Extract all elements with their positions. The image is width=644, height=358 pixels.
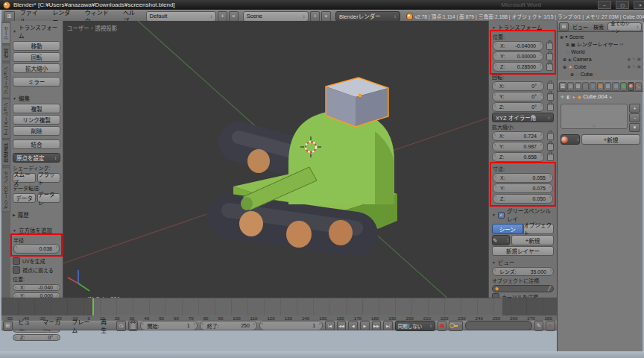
editor-type-icon[interactable]: ⊞	[559, 22, 569, 31]
align-view-row[interactable]: 視点に揃える	[13, 266, 60, 274]
close-button[interactable]: ×	[634, 1, 644, 9]
current-frame-marker[interactable]	[92, 298, 94, 315]
play-reverse-button[interactable]: ◀	[348, 321, 358, 330]
delete-button[interactable]: 削除	[13, 126, 60, 136]
lock-icon[interactable]	[546, 63, 553, 71]
gpencil-brush-dropdown[interactable]: ✎	[492, 235, 510, 245]
preview-range-clock-icon[interactable]: ◷	[116, 321, 126, 331]
gpencil-checkbox[interactable]: ✓	[498, 212, 505, 219]
frame-end-field[interactable]: 終了:250	[200, 321, 257, 330]
panel-edit-header[interactable]: 編集	[13, 94, 60, 102]
browse-material-dropdown[interactable]	[561, 134, 580, 145]
scale-x-field[interactable]: X:0.724	[492, 131, 544, 141]
render-engine-selector[interactable]: Blenderレンダー	[335, 11, 400, 22]
loc-x-field[interactable]: X:-0.04000	[493, 41, 543, 51]
gpencil-new-button[interactable]: + 新規	[511, 235, 554, 245]
shelf-tab-physics[interactable]: 物理演算	[1, 139, 10, 166]
scene-selector[interactable]: Scene	[243, 11, 309, 22]
screen-layout-selector[interactable]: Default	[146, 11, 217, 22]
outliner-item-render-layers[interactable]: ⊕ ▦ レンダーレイヤー |●	[560, 40, 643, 48]
gpencil-new-layer-button[interactable]: 新規レイヤー	[492, 246, 554, 256]
remove-slot-button[interactable]: −	[629, 113, 640, 122]
lock-icon[interactable]	[546, 43, 553, 50]
expand-icon[interactable]: ⊕	[566, 42, 569, 47]
delete-keyframe-icon[interactable]: ×	[546, 321, 555, 331]
generate-uv-checkbox[interactable]	[13, 257, 20, 265]
play-button[interactable]: ▶	[360, 321, 370, 330]
rotation-mode-dropdown[interactable]: XYZ オイラー角	[492, 113, 554, 122]
texture-tab-icon[interactable]	[635, 82, 642, 91]
panel-transform-header[interactable]: トランスフォーム	[13, 23, 60, 40]
insert-keyframe-icon[interactable]: ✎	[534, 321, 544, 331]
mirror-button[interactable]: ミラー	[13, 77, 60, 87]
data-layout-transfer-button[interactable]: データレ	[37, 193, 60, 203]
delete-layout-button[interactable]: ×	[229, 11, 239, 22]
current-frame-field[interactable]: 1	[259, 321, 323, 330]
eye-icon[interactable]: ◉	[627, 57, 631, 61]
set-origin-dropdown[interactable]: 原点を設定	[13, 153, 60, 163]
align-view-checkbox[interactable]	[13, 266, 20, 274]
dim-x-field[interactable]: X:0.055	[493, 173, 553, 183]
object-tab-icon[interactable]	[597, 82, 604, 91]
timeline-menu-view[interactable]: ビュー	[15, 318, 37, 334]
timeline-menu-frame[interactable]: フレーム	[68, 318, 95, 334]
duplicate-linked-button[interactable]: リンク複製	[13, 115, 60, 125]
expand-icon[interactable]: ⊕	[560, 34, 564, 40]
modifiers-tab-icon[interactable]	[612, 82, 619, 91]
eye-icon[interactable]: ◉	[627, 64, 631, 69]
gpencil-scene-button[interactable]: シーン	[492, 224, 523, 234]
outliner-menu-view[interactable]: ビュー	[571, 23, 590, 31]
outliner-display-dropdown[interactable]: 全てのシーン	[607, 22, 642, 31]
lock-icon[interactable]	[547, 143, 554, 151]
rotate-button[interactable]: 回転	[13, 52, 60, 62]
addcube-loc-x[interactable]: X:-0.040	[13, 284, 60, 291]
breadcrumb-object-name[interactable]: Cube.004	[583, 93, 607, 100]
panel-history-header[interactable]: 履歴	[13, 210, 60, 219]
add-layout-button[interactable]: +	[218, 11, 227, 22]
sync-mode-dropdown[interactable]: 同期しない	[395, 321, 435, 331]
dim-y-field[interactable]: Y:0.075	[493, 183, 553, 193]
lens-field[interactable]: レンズ:35.000	[492, 267, 554, 276]
selectable-icon[interactable]: ↖	[632, 57, 636, 61]
gpencil-object-button[interactable]: オブジェクト	[523, 224, 555, 234]
frame-start-field[interactable]: 開始:1	[140, 321, 198, 330]
pin-icon[interactable]: ✛	[561, 94, 564, 99]
outliner-item-world[interactable]: ◎ World	[560, 48, 643, 55]
scene-tab-icon[interactable]	[582, 82, 589, 91]
selectable-icon[interactable]: ↖	[632, 64, 636, 69]
outliner-menu-search[interactable]: 検索	[592, 23, 605, 31]
new-material-button[interactable]: + 新規	[581, 134, 640, 145]
duplicate-button[interactable]: 複製	[13, 104, 60, 113]
material-tab-icon[interactable]	[628, 82, 634, 91]
keying-set-field[interactable]	[465, 321, 532, 330]
panel-addcube-header[interactable]: 立方体を追加	[13, 226, 60, 234]
editor-type-icon[interactable]: ⊞	[3, 321, 13, 331]
outliner-item-scene[interactable]: ⊕ ● Scene	[560, 33, 643, 40]
minimize-button[interactable]: –	[598, 1, 611, 9]
jump-end-button[interactable]: ▶|	[383, 321, 393, 330]
outliner-item-cube-data[interactable]: ⊕ ▽ Cube |●	[560, 70, 643, 78]
scale-z-field[interactable]: Z:0.658	[492, 152, 544, 162]
render-tab-icon[interactable]	[567, 82, 574, 91]
lock-time-icon[interactable]	[128, 321, 138, 331]
npanel-view-header[interactable]: ビュー	[492, 258, 554, 266]
lamp-toggle-icon[interactable]: |●	[620, 42, 624, 46]
lock-object-picker[interactable]: ◆╱	[492, 285, 554, 292]
loc-y-field[interactable]: Y:0.00000	[493, 51, 543, 61]
prev-keyframe-button[interactable]: ◀◀	[337, 321, 347, 330]
keying-set-dropdown[interactable]	[449, 321, 462, 331]
addcube-rot-z[interactable]: Z:0°	[13, 334, 60, 341]
loc-z-field[interactable]: Z:0.28500	[493, 62, 543, 72]
timeline-menu-play[interactable]: 再生	[97, 318, 114, 334]
add-scene-button[interactable]: +	[310, 11, 320, 22]
radius-field[interactable]: 0.038	[13, 244, 60, 254]
delete-scene-button[interactable]: ×	[321, 11, 331, 22]
scale-button[interactable]: 拡大縮小	[13, 63, 60, 73]
npanel-transform-header[interactable]: トランスフォーム	[492, 23, 554, 31]
shelf-tab-tools[interactable]: ツール	[1, 22, 10, 44]
eyedropper-icon[interactable]: ╱	[548, 286, 551, 292]
dim-z-field[interactable]: Z:0.050	[493, 194, 553, 204]
timeline-menu-marker[interactable]: マーカー	[39, 318, 66, 334]
jump-start-button[interactable]: |◀	[325, 321, 335, 330]
viewport-3d-canvas[interactable]	[63, 21, 488, 308]
